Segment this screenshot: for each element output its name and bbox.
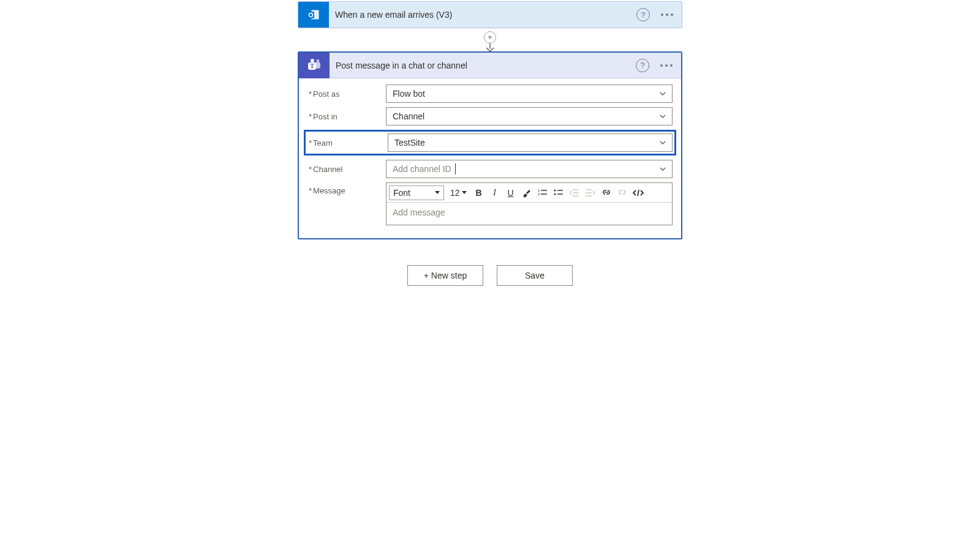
help-icon[interactable]: ? bbox=[636, 59, 649, 72]
svg-point-14 bbox=[554, 189, 556, 191]
action-body: *Post as Flow bot *Post in Channel bbox=[299, 78, 681, 238]
label-post-as-text: Post as bbox=[313, 89, 339, 99]
label-team: *Team bbox=[307, 138, 388, 148]
unlink-button[interactable] bbox=[615, 186, 630, 200]
select-channel[interactable]: Add channel ID bbox=[386, 160, 673, 178]
more-menu-icon[interactable] bbox=[660, 64, 673, 67]
outdent-button[interactable] bbox=[567, 186, 582, 200]
arrow-down-icon bbox=[484, 43, 496, 53]
font-size-select[interactable]: 12 bbox=[449, 186, 468, 200]
font-select-label: Font bbox=[393, 188, 410, 198]
field-team-highlight: *Team TestSite bbox=[304, 130, 676, 156]
label-message-text: Message bbox=[313, 186, 345, 195]
select-team-value: TestSite bbox=[394, 138, 425, 148]
action-card[interactable]: T Post message in a chat or channel ? *P… bbox=[298, 51, 682, 239]
select-channel-placeholder: Add channel ID bbox=[393, 164, 451, 174]
caret-down-icon bbox=[462, 191, 467, 194]
new-step-label: + New step bbox=[424, 271, 467, 280]
select-team[interactable]: TestSite bbox=[388, 133, 673, 152]
svg-text:T: T bbox=[310, 62, 314, 69]
more-menu-icon[interactable] bbox=[661, 13, 673, 16]
font-size-value: 12 bbox=[450, 188, 460, 198]
bottom-bar: + New step Save bbox=[298, 265, 682, 286]
italic-button[interactable]: I bbox=[488, 186, 502, 200]
select-post-as[interactable]: Flow bot bbox=[386, 84, 673, 103]
save-label: Save bbox=[525, 271, 545, 280]
bold-button[interactable]: B bbox=[472, 186, 486, 200]
chevron-down-icon bbox=[658, 89, 667, 98]
field-team: *Team TestSite bbox=[307, 133, 673, 152]
text-caret-icon bbox=[455, 163, 456, 174]
label-post-in: *Post in bbox=[307, 112, 386, 121]
chevron-down-icon bbox=[658, 138, 667, 147]
select-post-as-value: Flow bot bbox=[393, 89, 425, 99]
svg-point-6 bbox=[317, 59, 319, 61]
action-header[interactable]: T Post message in a chat or channel ? bbox=[299, 53, 681, 78]
numbered-list-button[interactable]: 12 bbox=[535, 186, 550, 200]
trigger-card[interactable]: When a new email arrives (V3) ? bbox=[298, 1, 682, 28]
new-step-button[interactable]: + New step bbox=[407, 265, 483, 286]
label-post-as: *Post as bbox=[307, 89, 386, 99]
field-post-in: *Post in Channel bbox=[307, 107, 673, 126]
rte-toolbar: Font 12 B I U bbox=[386, 183, 672, 203]
chevron-down-icon bbox=[658, 165, 667, 173]
outlook-icon bbox=[298, 2, 329, 28]
message-placeholder: Add message bbox=[393, 208, 445, 217]
highlight-button[interactable] bbox=[519, 186, 534, 200]
select-post-in-value: Channel bbox=[393, 111, 424, 121]
label-message: *Message bbox=[307, 182, 386, 195]
underline-button[interactable]: U bbox=[503, 186, 518, 200]
label-team-text: Team bbox=[313, 138, 333, 148]
chevron-down-icon bbox=[658, 112, 667, 121]
teams-icon: T bbox=[299, 53, 330, 78]
message-input[interactable]: Add message bbox=[386, 203, 672, 225]
caret-down-icon bbox=[435, 191, 440, 194]
add-step-inline-button[interactable]: + bbox=[484, 31, 496, 43]
label-channel-text: Channel bbox=[313, 165, 342, 174]
connector: + bbox=[298, 28, 682, 51]
indent-button[interactable] bbox=[583, 186, 598, 200]
svg-text:2: 2 bbox=[538, 192, 540, 196]
trigger-header[interactable]: When a new email arrives (V3) ? bbox=[298, 2, 682, 28]
field-post-as: *Post as Flow bot bbox=[307, 84, 673, 103]
link-button[interactable] bbox=[599, 186, 614, 200]
help-icon[interactable]: ? bbox=[636, 8, 650, 21]
select-post-in[interactable]: Channel bbox=[386, 107, 673, 126]
label-channel: *Channel bbox=[307, 165, 386, 174]
code-view-button[interactable] bbox=[631, 186, 646, 200]
rich-text-editor: Font 12 B I U bbox=[386, 182, 673, 225]
svg-rect-2 bbox=[307, 12, 314, 18]
save-button[interactable]: Save bbox=[497, 265, 573, 286]
field-message: *Message Font 12 B bbox=[307, 182, 673, 225]
label-post-in-text: Post in bbox=[313, 112, 337, 121]
trigger-title: When a new email arrives (V3) bbox=[329, 10, 636, 20]
bullet-list-button[interactable] bbox=[551, 186, 566, 200]
action-title: Post message in a chat or channel bbox=[330, 61, 636, 70]
field-channel: *Channel Add channel ID bbox=[307, 160, 673, 178]
svg-line-25 bbox=[638, 190, 639, 196]
svg-point-15 bbox=[554, 193, 556, 195]
font-select[interactable]: Font bbox=[389, 186, 444, 200]
